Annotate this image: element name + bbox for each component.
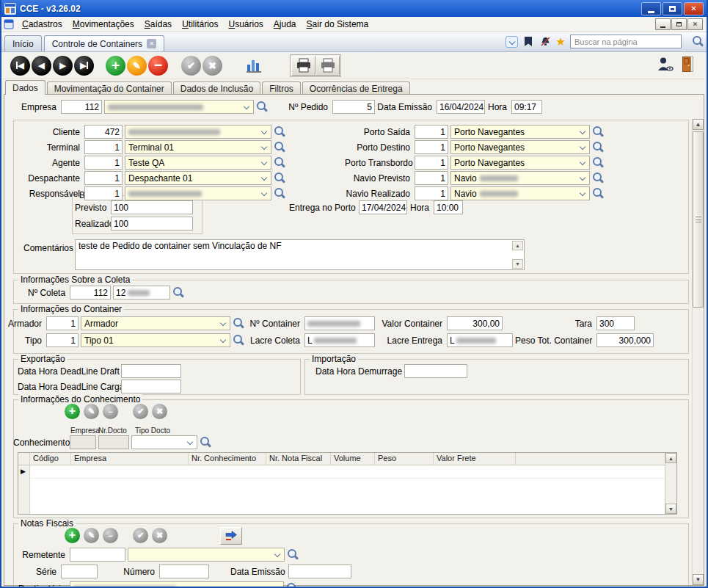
add-record-button[interactable]: +	[106, 56, 125, 76]
tipo-combo[interactable]: Tipo 01	[81, 333, 230, 347]
favorites-star-icon[interactable]: ★	[556, 36, 566, 47]
porto-destino-lookup-icon[interactable]	[592, 141, 604, 153]
menu-usuarios[interactable]: Usuários	[223, 18, 268, 31]
empresa-code-field[interactable]: 112	[61, 100, 102, 114]
armador-lookup-icon[interactable]	[233, 317, 244, 330]
booking-previsto-field[interactable]: 100	[111, 200, 193, 214]
vertical-scrollbar[interactable]: ▲ ▼	[692, 119, 704, 585]
col-empresa[interactable]: Empresa	[71, 453, 189, 465]
valor-container-field[interactable]: 300,00	[447, 316, 503, 330]
maximize-button[interactable]	[663, 2, 682, 15]
notas-delete-button[interactable]: −	[103, 528, 118, 543]
table-rows[interactable]	[30, 465, 665, 514]
navio-realizado-code-field[interactable]: 1	[415, 186, 448, 200]
confirm-button[interactable]: ✔	[181, 56, 201, 76]
armador-combo[interactable]: Armador	[81, 316, 230, 330]
menu-sair[interactable]: Sair do Sistema	[302, 18, 374, 31]
last-record-button[interactable]: ▶	[74, 56, 94, 76]
col-volume[interactable]: Volume	[331, 453, 375, 465]
table-scroll-up-icon[interactable]: ▲	[665, 453, 676, 463]
tab-close-icon[interactable]: ✕	[147, 39, 156, 48]
scroll-down-icon[interactable]: ▼	[693, 574, 704, 585]
remetente-code-field[interactable]	[70, 548, 125, 562]
form-tab-filtros[interactable]: Filtros	[262, 81, 301, 95]
scroll-up-icon[interactable]: ▲	[693, 119, 704, 130]
booking-realizado-field[interactable]: 100	[111, 217, 193, 231]
notas-add-button[interactable]: +	[65, 528, 80, 543]
despachante-combo[interactable]: Despachante 01	[125, 171, 271, 185]
tab-controle-de-containers[interactable]: Controle de Containers ✕	[44, 35, 164, 51]
notas-confirm-button[interactable]: ✔	[133, 528, 148, 543]
responsavel-combo[interactable]	[125, 186, 271, 200]
exit-door-icon[interactable]	[681, 56, 695, 76]
remetente-combo[interactable]	[128, 548, 285, 562]
armador-code-field[interactable]: 1	[46, 316, 79, 330]
empresa-combo[interactable]	[104, 100, 254, 114]
tara-field[interactable]: 300	[596, 316, 635, 330]
col-nr-conhecimento[interactable]: Nr. Conhecimento	[189, 453, 266, 465]
comentarios-field[interactable]: teste de Pedido de container sem Vincula…	[75, 239, 525, 270]
navio-realizado-combo[interactable]: Navio	[450, 186, 590, 200]
first-record-button[interactable]: ◀	[10, 56, 30, 76]
search-icon[interactable]	[692, 35, 704, 48]
terminal-combo[interactable]: Terminal 01	[125, 140, 271, 154]
porto-saida-combo[interactable]: Porto Navegantes	[450, 125, 590, 139]
mdi-restore-button[interactable]	[671, 18, 687, 30]
nf-emissao-field[interactable]	[288, 565, 351, 578]
print-preview-button[interactable]	[315, 56, 340, 76]
porto-saida-code-field[interactable]: 1	[415, 125, 448, 139]
porto-destino-code-field[interactable]: 1	[415, 140, 448, 154]
form-tab-dados[interactable]: Dados	[5, 80, 45, 95]
col-peso[interactable]: Peso	[375, 453, 434, 465]
scrollbar-thumb[interactable]	[693, 131, 704, 308]
table-scrollbar[interactable]: ▲ ▼	[665, 453, 676, 514]
close-button[interactable]: ✕	[684, 2, 704, 15]
deadline-draft-field[interactable]	[121, 364, 181, 378]
minimize-button[interactable]	[641, 2, 661, 15]
despachante-lookup-icon[interactable]	[274, 172, 285, 184]
col-codigo[interactable]: Código	[30, 453, 71, 465]
chart-button[interactable]	[244, 56, 263, 75]
destinatario-combo[interactable]	[70, 581, 284, 588]
table-scroll-down-icon[interactable]: ▼	[665, 504, 676, 514]
previous-record-button[interactable]: ◀	[32, 56, 51, 76]
cliente-lookup-icon[interactable]	[274, 126, 285, 138]
mute-highlight-icon[interactable]	[539, 36, 552, 48]
form-tab-ocorrencias[interactable]: Ocorrências de Entrega	[302, 81, 410, 95]
conhecimento-confirm-button[interactable]: ✔	[133, 404, 148, 419]
numero-field[interactable]	[159, 565, 209, 578]
memo-scroll-down-icon[interactable]: ▼	[512, 259, 523, 269]
expand-icon[interactable]	[506, 36, 518, 48]
bookmark-icon[interactable]	[522, 36, 535, 48]
demurrage-field[interactable]	[404, 364, 467, 378]
conhecimento-nrdocto-field[interactable]	[98, 435, 129, 449]
data-emissao-field[interactable]: 16/04/2024	[437, 100, 485, 114]
conhecimento-delete-button[interactable]: −	[103, 404, 118, 419]
ncontainer-field[interactable]	[304, 316, 375, 330]
menu-cadastros[interactable]: Cadastros	[17, 18, 67, 31]
mdi-minimize-button[interactable]	[655, 18, 671, 30]
remetente-lookup-icon[interactable]	[287, 548, 299, 561]
search-input[interactable]	[570, 35, 682, 48]
user-view-icon[interactable]	[656, 56, 674, 75]
navio-previsto-lookup-icon[interactable]	[592, 172, 604, 184]
navio-previsto-combo[interactable]: Navio	[450, 171, 590, 185]
menu-movimentacoes[interactable]: Movimentações	[67, 18, 139, 31]
vincular-nf-button[interactable]	[220, 527, 242, 545]
next-record-button[interactable]: ▶	[53, 56, 73, 76]
porto-saida-lookup-icon[interactable]	[592, 126, 604, 138]
menu-utilitarios[interactable]: Utilitários	[177, 18, 223, 31]
porto-transbordo-combo[interactable]: Porto Navegantes	[450, 156, 590, 170]
cancel-button[interactable]: ✖	[202, 56, 222, 76]
notas-edit-button[interactable]: ✎	[84, 528, 99, 543]
cliente-code-field[interactable]: 472	[84, 125, 123, 139]
delete-record-button[interactable]: −	[148, 56, 168, 76]
agente-combo[interactable]: Teste QA	[125, 156, 271, 170]
lacre-entrega-field[interactable]: L	[447, 333, 513, 347]
conhecimento-cancel-button[interactable]: ✖	[152, 404, 167, 419]
form-tab-dados-inclusao[interactable]: Dados de Inclusão	[173, 81, 260, 95]
menu-saidas[interactable]: Saídas	[139, 18, 177, 31]
menu-ajuda[interactable]: Ajuda	[269, 18, 302, 31]
porto-transbordo-lookup-icon[interactable]	[592, 156, 604, 169]
conhecimento-empresa-field[interactable]	[70, 435, 96, 449]
